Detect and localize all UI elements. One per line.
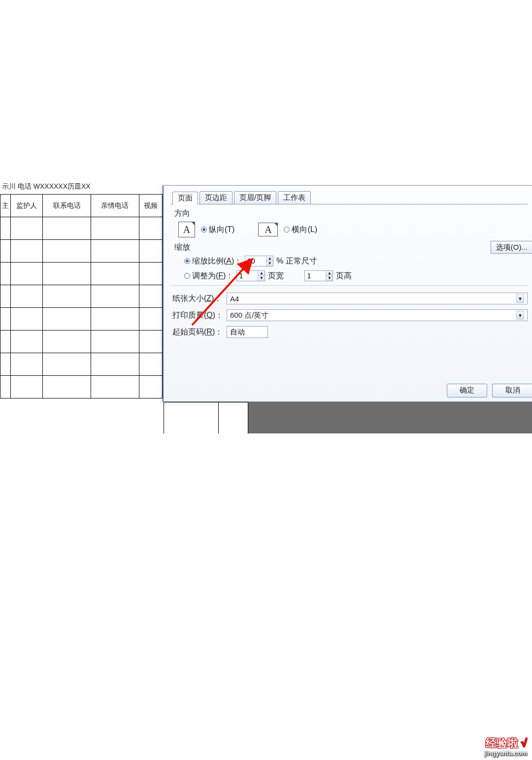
spin-down-icon[interactable]: ▼ xyxy=(326,276,332,281)
fit-tall-label: 页高 xyxy=(336,271,352,281)
start-page-label-prefix: 起始页码( xyxy=(172,328,206,336)
cell xyxy=(43,217,91,240)
cell xyxy=(0,376,11,398)
cell xyxy=(10,217,43,240)
col-video: 视频 xyxy=(139,195,162,217)
table-row xyxy=(0,308,163,330)
cell xyxy=(91,376,139,398)
watermark: 经验啦 √ jingyanla.com xyxy=(484,736,527,757)
cell xyxy=(43,308,91,330)
cell xyxy=(10,240,43,263)
fit-wide-spinner[interactable]: ▲ ▼ xyxy=(236,270,265,281)
radio-landscape-label: 横向(L) xyxy=(292,225,317,235)
check-icon: √ xyxy=(521,737,527,749)
cell xyxy=(43,240,91,263)
radio-dot-icon xyxy=(201,227,207,232)
cell xyxy=(139,330,162,353)
cell xyxy=(10,330,43,353)
start-page-accel: R xyxy=(206,328,212,336)
paper-size-combo[interactable]: A4 ▼ xyxy=(227,293,528,304)
cell xyxy=(91,353,139,376)
cell xyxy=(0,330,11,353)
cell xyxy=(139,353,162,376)
table-row xyxy=(0,376,163,398)
cell xyxy=(0,353,11,376)
cell xyxy=(43,353,91,376)
adjust-accel: A xyxy=(226,257,232,265)
chevron-down-icon: ▼ xyxy=(516,311,524,320)
start-page-label-suffix: )： xyxy=(212,328,223,336)
tab-2[interactable]: 页眉/页脚 xyxy=(234,191,276,204)
radio-dot-icon xyxy=(284,227,290,232)
cell xyxy=(91,285,139,308)
cell xyxy=(0,308,11,330)
spin-down-icon[interactable]: ▼ xyxy=(266,262,273,266)
table-row xyxy=(0,330,163,353)
cell xyxy=(139,308,162,330)
tab-1[interactable]: 页边距 xyxy=(200,191,233,204)
scale-unit-label: % 正常尺寸 xyxy=(276,256,317,266)
cell xyxy=(10,376,43,398)
fit-accel: F xyxy=(218,271,223,280)
cell xyxy=(139,240,162,263)
col-contact-phone: 联系电话 xyxy=(43,195,91,217)
paper-size-label-suffix: )： xyxy=(211,294,222,302)
cell xyxy=(139,263,162,285)
radio-scale-adjust[interactable]: 缩放比例(A)： xyxy=(184,256,242,266)
radio-fit-to[interactable]: 调整为(F)： xyxy=(184,271,233,281)
fit-label-suffix: )： xyxy=(223,271,233,280)
spin-down-icon[interactable]: ▼ xyxy=(258,276,265,281)
paper-size-label-prefix: 纸张大小( xyxy=(172,294,206,302)
col-family-phone: 亲情电话 xyxy=(91,195,139,217)
start-page-input[interactable] xyxy=(227,326,268,338)
cell xyxy=(91,308,139,330)
cell xyxy=(91,217,139,240)
cell xyxy=(91,330,139,353)
print-quality-value: 600 点/英寸 xyxy=(230,311,268,320)
cancel-button[interactable]: 取消 xyxy=(492,384,532,397)
radio-landscape[interactable]: 横向(L) xyxy=(284,225,317,235)
cell xyxy=(43,263,91,285)
table-row xyxy=(0,240,163,263)
scale-percent-input[interactable] xyxy=(245,256,266,266)
cell xyxy=(139,285,162,308)
col-guardian: 监护人 xyxy=(10,195,43,217)
fit-tall-input[interactable] xyxy=(305,271,326,281)
divider xyxy=(170,285,528,286)
options-button[interactable]: 选项(O)... xyxy=(491,241,532,254)
landscape-page-icon: A xyxy=(258,223,278,236)
sheet-table: 主 监护人 联系电话 亲情电话 视频 xyxy=(0,194,163,398)
spin-up-icon[interactable]: ▲ xyxy=(266,256,273,262)
col-0: 主 xyxy=(0,195,11,217)
cell xyxy=(91,263,139,285)
cell xyxy=(43,376,91,398)
table-header-row: 主 监护人 联系电话 亲情电话 视频 xyxy=(0,195,163,217)
scaling-label: 缩放 xyxy=(174,242,528,253)
fit-wide-input[interactable] xyxy=(237,271,258,281)
tab-3[interactable]: 工作表 xyxy=(278,191,311,204)
table-row xyxy=(0,217,163,240)
radio-portrait[interactable]: 纵向(T) xyxy=(201,225,234,235)
orientation-group: A 纵向(T) A 横向(L) xyxy=(178,222,528,237)
spin-up-icon[interactable]: ▲ xyxy=(258,271,265,276)
print-quality-combo[interactable]: 600 点/英寸 ▼ xyxy=(227,309,528,321)
cell xyxy=(139,376,162,398)
watermark-url: jingyanla.com xyxy=(484,750,527,757)
spin-up-icon[interactable]: ▲ xyxy=(326,271,332,276)
dogear-icon xyxy=(274,223,278,231)
cell xyxy=(0,240,11,263)
fit-tall-spinner[interactable]: ▲ ▼ xyxy=(304,270,333,281)
portrait-page-icon: A xyxy=(178,222,195,237)
cell xyxy=(0,263,11,285)
scale-percent-spinner[interactable]: ▲ ▼ xyxy=(245,256,273,266)
cell xyxy=(10,353,43,376)
workspace-bg xyxy=(248,402,532,433)
cell xyxy=(10,263,43,285)
chevron-down-icon: ▼ xyxy=(516,294,524,303)
cell xyxy=(139,217,162,240)
tab-0[interactable]: 页面 xyxy=(172,192,198,204)
orientation-label: 方向 xyxy=(174,208,528,219)
cell xyxy=(10,285,43,308)
watermark-brand: 经验啦 xyxy=(486,737,518,749)
ok-button[interactable]: 确定 xyxy=(447,384,487,397)
